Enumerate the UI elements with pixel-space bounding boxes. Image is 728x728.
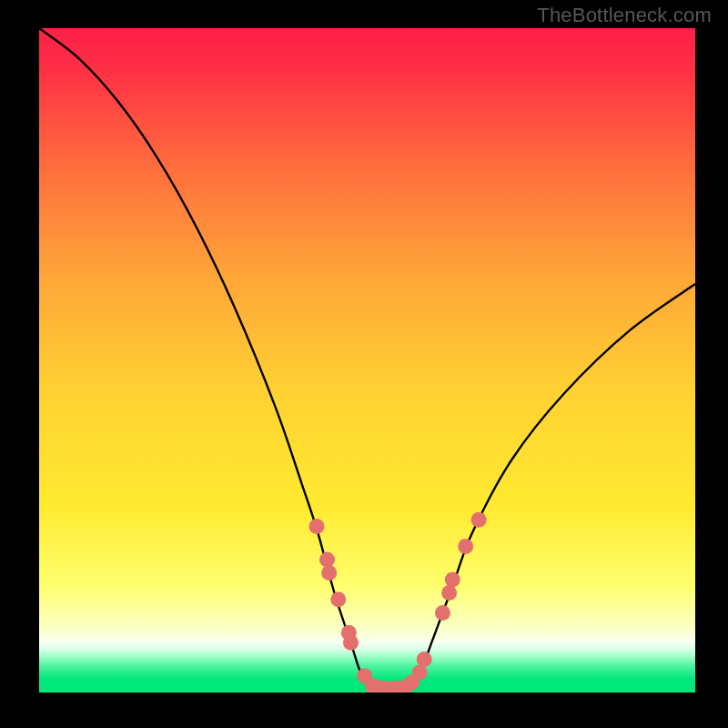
watermark-text: TheBottleneck.com	[537, 4, 712, 27]
data-marker	[330, 592, 346, 607]
data-marker	[435, 605, 450, 621]
bottleneck-chart	[0, 0, 728, 728]
data-marker	[321, 565, 337, 581]
chart-root: { "watermark": "TheBottleneck.com", "col…	[0, 0, 728, 728]
data-marker	[458, 539, 473, 554]
data-marker	[441, 585, 457, 601]
data-marker	[417, 652, 432, 667]
data-marker	[412, 665, 428, 681]
data-marker	[343, 635, 359, 651]
data-marker	[308, 519, 324, 534]
data-marker	[471, 512, 487, 528]
data-marker	[445, 571, 460, 587]
data-marker	[319, 552, 335, 568]
